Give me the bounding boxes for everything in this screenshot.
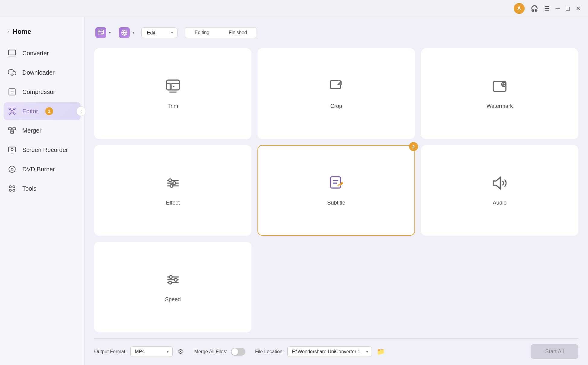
subtitle-card[interactable]: Subtitle 2 bbox=[257, 145, 415, 236]
sidebar-item-compressor[interactable]: Compressor bbox=[0, 83, 84, 101]
subtitle-label: Subtitle bbox=[327, 200, 345, 206]
svg-line-13 bbox=[13, 112, 14, 114]
sidebar-item-downloader[interactable]: Downloader bbox=[0, 63, 84, 82]
subtitle-icon bbox=[328, 175, 345, 195]
svg-rect-0 bbox=[8, 50, 15, 55]
compressor-label: Compressor bbox=[22, 89, 55, 95]
svg-line-59 bbox=[338, 185, 339, 186]
merge-toggle[interactable] bbox=[231, 348, 245, 356]
svg-point-6 bbox=[9, 108, 11, 110]
titlebar: A 🎧 ☰ ─ □ ✕ bbox=[0, 0, 588, 17]
output-format-select[interactable]: MP4 MOV AVI bbox=[130, 346, 173, 357]
add-url-arrow: ▼ bbox=[132, 31, 135, 35]
downloader-icon bbox=[7, 68, 17, 77]
sidebar-item-dvd-burner[interactable]: DVD Burner bbox=[0, 160, 84, 178]
audio-icon bbox=[491, 175, 508, 195]
crop-label: Crop bbox=[330, 103, 342, 109]
file-location-label: File Location: bbox=[255, 349, 284, 354]
merge-label: Merge All Files: bbox=[194, 349, 227, 354]
user-avatar[interactable]: A bbox=[514, 3, 525, 14]
edit-dropdown[interactable]: Edit bbox=[141, 27, 177, 38]
sidebar-item-converter[interactable]: Converter bbox=[0, 44, 84, 62]
svg-point-27 bbox=[13, 189, 15, 191]
svg-line-11 bbox=[13, 109, 14, 111]
start-all-button[interactable]: Start All bbox=[531, 344, 578, 359]
sidebar-home[interactable]: ‹ Home bbox=[0, 23, 84, 43]
output-format-field: Output Format: MP4 MOV AVI ▼ ⚙ bbox=[94, 346, 185, 357]
effect-icon bbox=[165, 175, 181, 195]
compressor-icon bbox=[7, 87, 17, 97]
svg-point-65 bbox=[169, 281, 171, 284]
svg-rect-37 bbox=[167, 80, 179, 90]
file-location-browse-btn[interactable]: 📁 bbox=[375, 347, 386, 357]
svg-point-7 bbox=[14, 108, 15, 110]
sidebar: ‹ Home Converter Downloader bbox=[0, 17, 85, 365]
editor-label: Editor bbox=[22, 108, 38, 115]
svg-point-63 bbox=[169, 276, 172, 278]
sidebar-item-tools[interactable]: Tools bbox=[0, 179, 84, 198]
add-url-icon bbox=[119, 27, 130, 38]
svg-rect-56 bbox=[331, 177, 340, 188]
effect-label: Effect bbox=[166, 200, 180, 206]
crop-card[interactable]: Crop bbox=[257, 48, 415, 139]
svg-rect-16 bbox=[11, 131, 13, 133]
sidebar-item-screen-recorder[interactable]: Screen Recorder bbox=[0, 141, 84, 159]
file-location-field: File Location: F:\Wondershare UniConvert… bbox=[255, 346, 386, 357]
maximize-icon[interactable]: □ bbox=[566, 5, 570, 11]
merger-icon bbox=[7, 126, 17, 135]
svg-point-54 bbox=[173, 182, 176, 184]
speed-label: Speed bbox=[165, 296, 181, 303]
edit-dropdown-wrap: Edit ▼ bbox=[141, 27, 177, 38]
output-format-label: Output Format: bbox=[94, 349, 127, 354]
collapse-sidebar-btn[interactable]: ‹ bbox=[76, 106, 86, 116]
sidebar-item-merger[interactable]: Merger bbox=[0, 121, 84, 140]
svg-point-24 bbox=[9, 186, 11, 188]
toolbar: ▼ ▼ Edit bbox=[94, 25, 578, 40]
output-format-settings-btn[interactable]: ⚙ bbox=[176, 347, 185, 357]
sidebar-item-editor[interactable]: Editor 1 ‹ bbox=[4, 102, 81, 120]
svg-point-53 bbox=[169, 179, 171, 182]
file-location-select-wrap: F:\Wondershare UniConverter 1 ▼ bbox=[287, 346, 372, 357]
watermark-card[interactable]: Watermark bbox=[421, 48, 578, 139]
svg-point-55 bbox=[170, 185, 173, 187]
editor-icon bbox=[7, 106, 17, 116]
main-content: ▼ ▼ Edit bbox=[85, 17, 588, 365]
dvd-burner-label: DVD Burner bbox=[22, 166, 55, 173]
watermark-icon bbox=[491, 78, 508, 98]
trim-icon bbox=[165, 78, 181, 98]
svg-point-26 bbox=[9, 189, 11, 191]
editor-badge: 1 bbox=[45, 107, 53, 115]
add-url-button[interactable]: ▼ bbox=[118, 25, 136, 40]
menu-icon[interactable]: ☰ bbox=[544, 5, 550, 11]
minimize-icon[interactable]: ─ bbox=[556, 5, 560, 11]
file-location-select[interactable]: F:\Wondershare UniConverter 1 bbox=[287, 346, 372, 357]
merge-field: Merge All Files: bbox=[194, 348, 245, 356]
trim-card[interactable]: Trim bbox=[94, 48, 251, 139]
dvd-burner-icon bbox=[7, 164, 17, 174]
add-files-button[interactable]: ▼ bbox=[94, 25, 113, 40]
headset-icon[interactable]: 🎧 bbox=[531, 5, 538, 11]
tab-editing[interactable]: Editing bbox=[185, 27, 219, 38]
add-files-arrow: ▼ bbox=[108, 31, 112, 35]
svg-rect-14 bbox=[8, 128, 11, 130]
watermark-label: Watermark bbox=[487, 103, 513, 109]
toggle-knob bbox=[232, 348, 238, 355]
output-format-select-wrap: MP4 MOV AVI ▼ bbox=[130, 346, 173, 357]
back-arrow-icon: ‹ bbox=[7, 29, 9, 35]
close-icon[interactable]: ✕ bbox=[576, 5, 581, 11]
svg-rect-19 bbox=[8, 147, 15, 152]
speed-card[interactable]: Speed bbox=[94, 242, 251, 332]
svg-point-8 bbox=[9, 113, 11, 115]
effect-card[interactable]: Effect bbox=[94, 145, 251, 236]
svg-point-64 bbox=[174, 278, 177, 281]
converter-icon bbox=[7, 48, 17, 58]
svg-point-22 bbox=[9, 166, 15, 173]
bottom-bar: Output Format: MP4 MOV AVI ▼ ⚙ Merge All… bbox=[94, 338, 578, 365]
svg-point-25 bbox=[13, 186, 15, 188]
tools-label: Tools bbox=[22, 185, 37, 192]
tab-finished[interactable]: Finished bbox=[219, 27, 257, 38]
audio-label: Audio bbox=[493, 200, 507, 206]
app-body: ‹ Home Converter Downloader bbox=[0, 17, 588, 365]
svg-point-20 bbox=[11, 148, 13, 150]
audio-card[interactable]: Audio bbox=[421, 145, 578, 236]
